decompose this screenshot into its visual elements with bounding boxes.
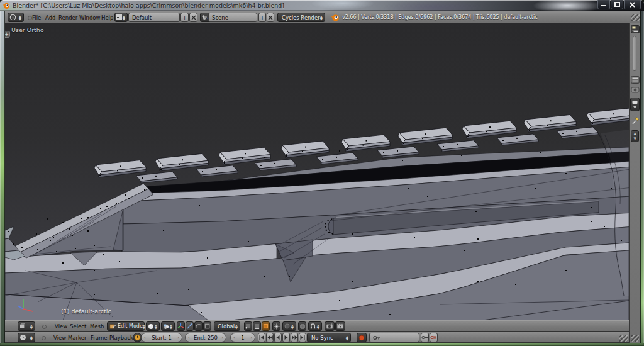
x-icon <box>268 15 273 20</box>
decrement-arrow-icon[interactable]: ‹ <box>233 335 235 340</box>
viewport-shading-dropdown[interactable]: ▲▼ <box>146 321 160 331</box>
prev-keyframe-button[interactable] <box>266 333 274 342</box>
maximize-icon <box>614 2 620 7</box>
unlink-scene-button[interactable] <box>267 13 274 22</box>
jump-to-end-button[interactable] <box>299 333 306 342</box>
menu-frame[interactable]: Frame <box>91 335 107 341</box>
pin-icon[interactable] <box>631 116 640 126</box>
snap-magnet-icon <box>310 323 316 329</box>
engine-value: Cycles Render <box>282 14 320 21</box>
keying-set-field[interactable] <box>369 333 419 342</box>
decrement-arrow-icon[interactable]: ‹ <box>144 335 146 340</box>
properties-editor-icon[interactable] <box>631 76 640 84</box>
mini-axis-gizmo <box>15 294 36 315</box>
browse-id-icon <box>631 98 639 111</box>
record-button[interactable] <box>357 333 367 342</box>
menu-help[interactable]: Help <box>101 14 113 21</box>
render-tab-icon[interactable] <box>631 86 640 94</box>
outliner-scrollbar[interactable] <box>633 36 636 71</box>
editor-type-button[interactable]: ▲▼ <box>8 13 24 22</box>
maximize-button[interactable] <box>611 0 623 9</box>
increment-arrow-icon[interactable]: › <box>250 335 252 340</box>
menu-select[interactable]: Select <box>70 323 86 330</box>
translate-manipulator-button[interactable] <box>186 321 194 331</box>
add-screen-button[interactable]: + <box>180 13 189 22</box>
vertex-select-icon <box>245 323 251 329</box>
minimize-button[interactable] <box>597 0 610 9</box>
rotate-manipulator-button[interactable] <box>194 321 203 331</box>
decrement-arrow-icon[interactable]: ‹ <box>188 335 190 340</box>
properties-resize-grip[interactable] <box>631 335 639 342</box>
outliner-editor-icon[interactable] <box>631 25 640 33</box>
header-resize-grip[interactable] <box>631 14 640 21</box>
timeline-resize-grip[interactable] <box>619 335 628 342</box>
opengl-render-icon <box>326 323 333 330</box>
delete-keyframe-button[interactable] <box>430 333 438 342</box>
expand-region-icon[interactable]: + <box>5 31 10 38</box>
scale-manipulator-button[interactable] <box>203 321 211 331</box>
menu-playback[interactable]: Playback <box>109 335 133 341</box>
menu-mesh[interactable]: Mesh <box>90 323 104 330</box>
screen-layout-icon <box>116 14 122 20</box>
menu-add[interactable]: Add <box>45 14 55 21</box>
play-button[interactable] <box>282 333 290 342</box>
rotate-icon <box>195 323 202 330</box>
opengl-anim-button[interactable] <box>335 321 345 331</box>
x-icon <box>191 15 196 20</box>
panel-circle-icon[interactable] <box>42 336 46 340</box>
frame-start-field[interactable]: ‹ Start: 1 › <box>141 333 182 342</box>
panel-circle-icon[interactable] <box>42 325 47 329</box>
opengl-render-button[interactable] <box>325 321 335 331</box>
add-scene-button[interactable]: + <box>258 13 266 22</box>
manipulator-toggle[interactable] <box>177 321 185 331</box>
face-select-icon <box>263 323 269 329</box>
menu-render[interactable]: Render <box>58 14 77 21</box>
title-bar[interactable]: Blender* [C:\Users\Luz Mia\Desktop\halo … <box>0 0 644 11</box>
pivot-point-dropdown[interactable]: ▲▼ <box>161 321 175 331</box>
increment-arrow-icon[interactable]: › <box>221 335 223 340</box>
screen-layout-button[interactable]: ▲▼ <box>114 13 128 22</box>
jump-to-start-button[interactable] <box>258 333 265 342</box>
viewport-3d[interactable]: User Ortho (1) default-arctic + <box>5 23 629 320</box>
snap-falloff-button[interactable] <box>298 321 306 331</box>
stepper-icon[interactable]: ▲▼ <box>631 130 639 142</box>
occlude-geometry-button[interactable] <box>272 321 280 331</box>
close-button[interactable] <box>624 0 641 9</box>
updown-arrows-icon: ▲▼ <box>143 324 145 329</box>
menu-view-tl[interactable]: View <box>53 335 66 341</box>
edge-select-button[interactable] <box>253 321 261 331</box>
unlink-screen-button[interactable] <box>189 13 197 22</box>
increment-arrow-icon[interactable]: › <box>177 335 179 340</box>
screen-layout-field[interactable]: Default <box>128 13 180 22</box>
snap-target-dropdown[interactable]: ▲▼ <box>308 321 322 331</box>
orientation-dropdown[interactable]: Global ▲▼ <box>214 321 240 331</box>
delete-keyframe-icon <box>430 335 437 340</box>
editor-type-button-timeline[interactable]: ▲▼ <box>18 333 35 342</box>
menu-window[interactable]: Window <box>79 14 101 21</box>
current-frame-field[interactable]: ‹ 1 › <box>230 333 255 342</box>
render-engine-dropdown[interactable]: Cycles Render ▲▼ <box>277 13 325 22</box>
menu-marker[interactable]: Marker <box>68 335 86 341</box>
updown-arrows-icon: ▲▼ <box>30 335 33 340</box>
next-keyframe-button[interactable] <box>291 333 298 342</box>
browse-id-button[interactable] <box>630 98 640 111</box>
keying-set-icon <box>373 335 380 341</box>
mode-dropdown[interactable]: Edit Mode ▲▼ <box>107 321 145 331</box>
play-reverse-button[interactable] <box>274 333 282 342</box>
sync-dropdown[interactable]: No Sync ▲▼ <box>307 333 351 342</box>
scale-icon <box>204 323 211 330</box>
menu-view-3d[interactable]: View <box>55 323 67 330</box>
editor-type-button-3d[interactable]: ▲▼ <box>18 321 35 331</box>
frame-end-field[interactable]: ‹ End: 250 › <box>185 333 226 342</box>
insert-keyframe-button[interactable] <box>421 333 429 342</box>
vertex-select-button[interactable] <box>244 321 252 331</box>
face-select-button[interactable] <box>262 321 270 331</box>
panel-circle-icon[interactable] <box>28 16 32 20</box>
scene-field[interactable]: Scene <box>208 13 257 22</box>
scene-value: Scene <box>212 14 228 21</box>
menu-file[interactable]: File <box>32 14 41 21</box>
current-frame-value: 1 <box>241 335 244 341</box>
proportional-edit-dropdown[interactable]: ▲▼ <box>282 321 296 331</box>
preview-range-clock-icon <box>134 334 141 341</box>
view-orientation-label: User Ortho <box>11 26 44 33</box>
